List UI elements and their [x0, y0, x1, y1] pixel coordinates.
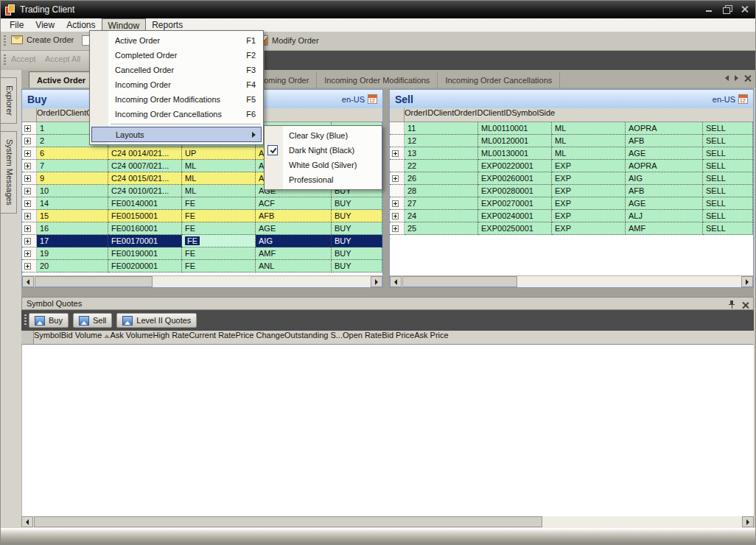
cell-orderid[interactable]: 7 [37, 160, 108, 172]
cell-clientid[interactable]: ML [182, 160, 256, 172]
cell-symbol[interactable]: AMF [626, 222, 703, 235]
layout-option[interactable]: White Gold (Silver) [265, 158, 382, 172]
accept-button[interactable]: Accept [8, 54, 39, 64]
restore-icon[interactable] [721, 4, 733, 14]
expand-plus-icon[interactable] [392, 200, 399, 207]
row-expander[interactable] [390, 197, 405, 210]
cell-side[interactable]: BUY [332, 235, 382, 247]
cell-symbol[interactable]: AFB [626, 135, 703, 147]
expand-plus-icon[interactable] [24, 213, 31, 219]
sell-order-row[interactable]: 28 EXP00280001 EXP AFB SELL [390, 185, 753, 197]
cell-orderid[interactable]: 16 [37, 222, 108, 235]
cell-orderid[interactable]: 9 [37, 172, 108, 185]
cell-side[interactable]: SELL [703, 197, 753, 210]
cell-side[interactable]: BUY [332, 247, 382, 260]
expand-plus-icon[interactable] [392, 225, 399, 232]
expand-plus-icon[interactable] [24, 163, 31, 169]
layout-option[interactable]: Professional [265, 172, 382, 187]
expand-plus-icon[interactable] [24, 150, 31, 157]
cell-clientid[interactable]: FE [182, 260, 256, 272]
expand-plus-icon[interactable] [24, 188, 31, 194]
expand-plus-icon[interactable] [24, 138, 31, 144]
cell-clientid[interactable]: EXP [552, 197, 626, 210]
sidebar-tab[interactable]: Explorer [1, 77, 17, 124]
row-expander[interactable] [390, 147, 405, 160]
cell-clientid[interactable]: EXP [552, 172, 626, 185]
scroll-left-icon[interactable] [22, 276, 34, 287]
document-tab[interactable]: Incoming Order Modifications [317, 72, 438, 88]
quotes-view-button[interactable]: Buy [29, 313, 69, 328]
cell-clientid[interactable]: ML [182, 172, 256, 185]
sell-order-row[interactable]: 11 ML00110001 ML AOPRA SELL [390, 122, 753, 135]
cell-clientorderid[interactable]: C24 0010/021... [108, 185, 182, 197]
row-expander[interactable] [22, 160, 37, 172]
cell-clientid[interactable]: EXP [552, 185, 626, 197]
create-order-button[interactable]: Create Order [8, 35, 77, 45]
layouts-menu-item[interactable]: Layouts [91, 127, 262, 142]
cell-orderid[interactable]: 14 [37, 197, 108, 210]
cell-side[interactable]: SELL [703, 122, 753, 135]
cell-clientorderid[interactable]: EXP00240001 [478, 210, 552, 222]
window-menu-item[interactable]: Incoming Order F4 [90, 77, 263, 92]
cell-clientid[interactable]: FE [182, 197, 256, 210]
cell-clientorderid[interactable]: FE00150001 [108, 210, 182, 222]
minimize-icon[interactable] [704, 4, 715, 14]
cell-symbol[interactable]: AGE [626, 197, 703, 210]
cell-clientorderid[interactable]: FE00190001 [108, 247, 182, 260]
tab-close-icon[interactable] [744, 74, 751, 81]
window-menu-item[interactable]: Completed Order F2 [90, 48, 263, 63]
cell-orderid[interactable]: 22 [405, 160, 478, 172]
buy-order-row[interactable]: 15 FE00150001 FE AFB BUY [22, 210, 382, 222]
cell-side[interactable]: SELL [703, 147, 753, 160]
sell-horizontal-scrollbar[interactable] [390, 275, 753, 287]
cell-clientorderid[interactable]: C24 0014/021... [108, 147, 182, 160]
cell-side[interactable]: SELL [703, 210, 753, 222]
cell-symbol[interactable]: ANL [256, 260, 332, 272]
cell-clientorderid[interactable]: ML00120001 [478, 135, 552, 147]
cell-orderid[interactable]: 10 [37, 185, 108, 197]
expand-plus-icon[interactable] [24, 200, 31, 207]
tab-scroll-right-icon[interactable] [735, 75, 738, 81]
cell-symbol[interactable]: AGE [626, 147, 703, 160]
accept-all-button[interactable]: Accept All [42, 54, 83, 64]
toolbar-grip[interactable] [4, 54, 6, 66]
row-expander[interactable] [22, 235, 37, 247]
buy-order-row[interactable]: 17 FE00170001 FE AIG BUY [22, 235, 382, 247]
cell-clientid[interactable]: EXP [552, 160, 626, 172]
cell-symbol[interactable]: AOPRA [626, 122, 703, 135]
toolbar-grip[interactable] [24, 314, 27, 326]
expand-plus-icon[interactable] [392, 150, 399, 157]
sell-order-row[interactable]: 12 ML00120001 ML AFB SELL [390, 135, 753, 147]
cell-clientorderid[interactable]: FE00200001 [108, 260, 182, 272]
cell-side[interactable]: BUY [332, 210, 382, 222]
cell-symbol[interactable]: AIG [626, 172, 703, 185]
close-icon[interactable] [739, 4, 751, 14]
pin-icon[interactable] [728, 300, 735, 309]
menubar-item[interactable]: File [4, 18, 29, 32]
row-expander[interactable] [22, 172, 37, 185]
cell-side[interactable]: SELL [703, 172, 753, 185]
expand-plus-icon[interactable] [392, 213, 399, 219]
expand-plus-icon[interactable] [24, 175, 31, 182]
buy-order-row[interactable]: 19 FE00190001 FE AMF BUY [22, 247, 382, 260]
layout-option[interactable]: Dark Night (Black) [265, 143, 382, 158]
expand-plus-icon[interactable] [24, 225, 31, 232]
scroll-right-icon[interactable] [742, 516, 754, 527]
cell-symbol[interactable]: AMF [256, 247, 332, 260]
buy-order-row[interactable]: 16 FE00160001 FE AGE BUY [22, 222, 382, 235]
row-expander[interactable] [390, 172, 405, 185]
cell-orderid[interactable]: 19 [37, 247, 108, 260]
window-menu-item[interactable]: Incoming Order Cancellations F6 [90, 107, 263, 122]
cell-clientid[interactable]: ML [182, 185, 256, 197]
row-expander[interactable] [22, 260, 37, 272]
row-expander[interactable] [390, 122, 405, 135]
cell-clientorderid[interactable]: EXP00250001 [478, 222, 552, 235]
sell-order-row[interactable]: 24 EXP00240001 EXP ALJ SELL [390, 210, 753, 222]
cell-side[interactable]: SELL [703, 135, 753, 147]
tab-scroll-left-icon[interactable] [725, 75, 729, 81]
expand-plus-icon[interactable] [24, 238, 31, 245]
cell-clientorderid[interactable]: FE00140001 [108, 197, 182, 210]
cell-orderid[interactable]: 6 [37, 147, 108, 160]
cell-clientorderid[interactable]: ML00130001 [478, 147, 552, 160]
scroll-right-icon[interactable] [741, 276, 753, 287]
